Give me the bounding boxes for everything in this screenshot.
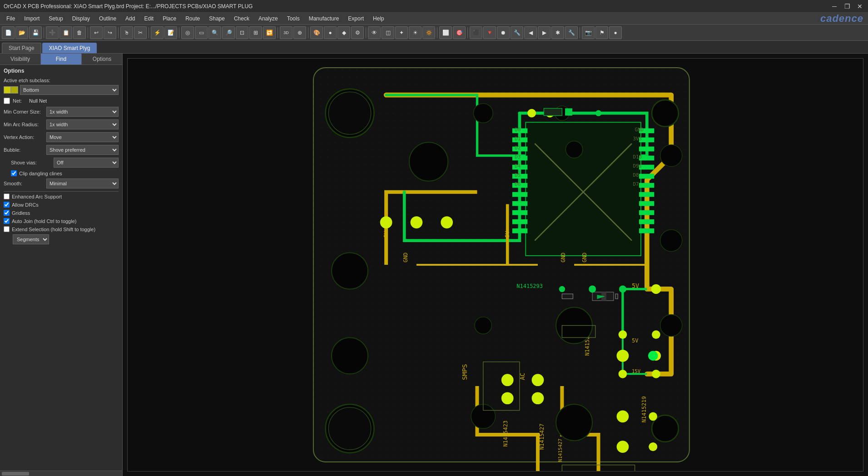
toolbar-btn-prev[interactable]: ◀ [524, 26, 537, 39]
svg-point-58 [332, 337, 368, 374]
clip-checkbox[interactable] [11, 170, 17, 176]
toolbar-btn-redo[interactable]: ↪ [104, 26, 116, 39]
toolbar-btn-3d-view[interactable]: 3D [280, 26, 293, 39]
toolbar-btn-clearance[interactable]: ⬜ [439, 26, 452, 39]
svg-text:D3: D3 [515, 154, 521, 160]
svg-text:N1415427: N1415427 [539, 423, 545, 450]
svg-text:3V: 3V [383, 231, 389, 237]
menu-item-import[interactable]: Import [20, 13, 44, 25]
extend-sel-checkbox[interactable] [4, 226, 10, 232]
restore-button[interactable]: ❐ [843, 2, 852, 11]
smooth-select[interactable]: Minimal Full Off [46, 178, 119, 188]
pcb-svg: 5V 5V 15V GND GND GND 3V 5V SMPS AC N141… [128, 59, 863, 471]
toolbar-btn-refresh[interactable]: 🔁 [263, 26, 276, 39]
toolbar-btn-flag[interactable]: ⚑ [595, 26, 608, 39]
panel-tab-find[interactable]: Find [41, 54, 82, 64]
svg-rect-19 [639, 147, 654, 152]
toolbar-btn-snapshot[interactable]: 📷 [582, 26, 595, 39]
toolbar-btn-delete[interactable]: 🗑 [73, 26, 86, 39]
toolbar-btn-copy[interactable]: 📋 [60, 26, 72, 39]
toolbar-btn-ratsnest[interactable]: ● [324, 26, 337, 39]
toolbar-btn-cut[interactable]: ✂ [134, 26, 147, 39]
toolbar-btn-star[interactable]: ✦ [395, 26, 408, 39]
close-button[interactable]: ✕ [855, 2, 864, 11]
panel-tab-visibility[interactable]: Visibility [0, 54, 41, 64]
auto-join-checkbox[interactable] [4, 218, 10, 224]
toolbar-btn-add[interactable]: ➕ [46, 26, 59, 39]
toolbar-btn-settings[interactable]: ⚙ [351, 26, 364, 39]
tab-xiao-smart-plyg[interactable]: XIAO Smart Plyg [42, 43, 97, 53]
menu-item-add[interactable]: Add [121, 13, 139, 25]
toolbar-btn-prop[interactable]: 🔧 [511, 26, 523, 39]
toolbar-btn-highlight[interactable]: ◆ [337, 26, 350, 39]
menu-item-display[interactable]: Display [68, 13, 94, 25]
toolbar-btn-route[interactable]: ⚡ [151, 26, 164, 39]
toolbar-btn-zoom-in[interactable]: 🔍 [208, 26, 221, 39]
minimize-button[interactable]: ─ [830, 2, 839, 11]
vertex-select[interactable]: Move Add [46, 132, 119, 142]
bubble-select[interactable]: Shove preferred Hug preferred Off [46, 145, 119, 155]
enhanced-arc-checkbox[interactable] [4, 193, 10, 199]
menu-item-check[interactable]: Check [229, 13, 254, 25]
toolbar-btn-zoom-out[interactable]: 🔎 [222, 26, 235, 39]
toolbar-separator [308, 27, 308, 38]
net-checkbox[interactable] [4, 98, 10, 104]
toolbar-btn-open[interactable]: 📂 [15, 26, 28, 39]
min-arc-select[interactable]: 1x width 2x width [46, 119, 119, 129]
toolbar-btn-via[interactable]: ⏺ [497, 26, 510, 39]
menu-item-edit[interactable]: Edit [139, 13, 158, 25]
svg-rect-24 [639, 192, 654, 197]
toolbar-btn-tools2[interactable]: 🔧 [565, 26, 578, 39]
bottom-scrollbar[interactable] [0, 471, 122, 476]
tab-row: Start PageXIAO Smart Plyg [0, 41, 868, 54]
toolbar-btn-select[interactable]: 🖱 [120, 26, 133, 39]
toolbar-btn-flip[interactable]: ⬛ [470, 26, 482, 39]
toolbar-btn-mirror[interactable]: 🔻 [483, 26, 496, 39]
gridless-checkbox[interactable] [4, 210, 10, 216]
toolbar-btn-visibility[interactable]: 👁 [368, 26, 381, 39]
svg-point-67 [475, 317, 491, 334]
segments-select[interactable]: Segments Full [13, 234, 49, 244]
toolbar-btn-circle[interactable]: ◎ [181, 26, 194, 39]
toolbar-btn-zoom-fit[interactable]: ⊡ [236, 26, 248, 39]
smooth-label: Smooth: [4, 181, 45, 186]
toolbar-btn-cross[interactable]: ✱ [551, 26, 564, 39]
min-arc-row: Min Arc Radius: 1x width 2x width [4, 119, 119, 129]
toolbar-btn-undo[interactable]: ↩ [90, 26, 103, 39]
toolbar-btn-text[interactable]: 📝 [164, 26, 177, 39]
toolbar-btn-rect[interactable]: ▭ [195, 26, 208, 39]
allow-drcs-checkbox[interactable] [4, 202, 10, 208]
panel-tab-options[interactable]: Options [82, 54, 122, 64]
menu-item-file[interactable]: File [2, 13, 20, 25]
menu-item-tools[interactable]: Tools [283, 13, 304, 25]
toolbar-separator [118, 27, 119, 38]
svg-text:D6: D6 [515, 181, 521, 187]
toolbar-btn-next[interactable]: ▶ [538, 26, 551, 39]
toolbar-btn-layers[interactable]: ◫ [382, 26, 394, 39]
scroll-thumb[interactable] [2, 472, 29, 476]
menu-item-shape[interactable]: Shape [204, 13, 229, 25]
active-etch-select[interactable]: Bottom Top [20, 85, 119, 95]
toolbar-btn-colors[interactable]: 🎨 [310, 26, 323, 39]
menu-item-outline[interactable]: Outline [94, 13, 121, 25]
menu-item-export[interactable]: Export [343, 13, 368, 25]
svg-text:D1: D1 [515, 136, 521, 142]
shove-vias-select[interactable]: Off On [54, 158, 119, 168]
menu-item-analyze[interactable]: Analyze [254, 13, 283, 25]
toolbar-btn-sun[interactable]: ☀ [409, 26, 422, 39]
toolbar-btn-drc[interactable]: 🎯 [453, 26, 466, 39]
menu-item-help[interactable]: Help [368, 13, 389, 25]
toolbar-btn-zoom-area[interactable]: ⊞ [249, 26, 262, 39]
toolbar-btn-dot[interactable]: ● [609, 26, 622, 39]
toolbar-btn-new[interactable]: 📄 [2, 26, 15, 39]
toolbar-btn-save[interactable]: 💾 [29, 26, 42, 39]
toolbar-btn-dim[interactable]: 🔅 [422, 26, 435, 39]
min-corner-select[interactable]: 1x width 2x width [46, 107, 119, 117]
menu-item-setup[interactable]: Setup [44, 13, 67, 25]
menu-item-route[interactable]: Route [181, 13, 204, 25]
etch-color-box2 [11, 86, 18, 94]
toolbar-btn-grid[interactable]: ⊕ [293, 26, 306, 39]
menu-item-manufacture[interactable]: Manufacture [304, 13, 344, 25]
tab-start-page[interactable]: Start Page [2, 43, 41, 53]
menu-item-place[interactable]: Place [158, 13, 181, 25]
